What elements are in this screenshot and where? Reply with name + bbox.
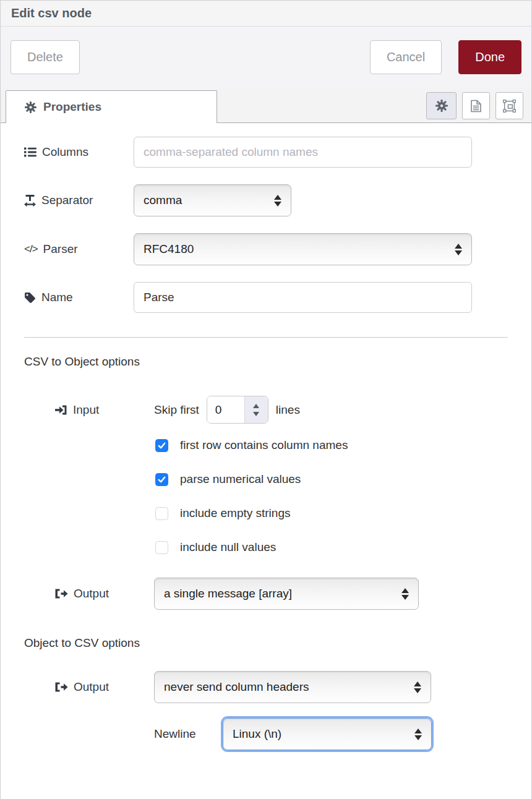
appearance-icon xyxy=(503,100,516,113)
parser-row: </> Parser RFC4180 xyxy=(1,233,531,265)
checkbox-row: first row contains column names xyxy=(155,438,531,452)
checkbox-row: include empty strings xyxy=(155,506,531,520)
newline-select[interactable]: Linux (\n) xyxy=(223,718,432,750)
tab-action-buttons xyxy=(426,92,523,119)
delete-button[interactable]: Delete xyxy=(11,40,80,74)
csv2obj-output-select[interactable]: a single message [array] xyxy=(154,578,419,610)
tab-properties-label: Properties xyxy=(43,100,101,114)
cancel-button[interactable]: Cancel xyxy=(370,40,442,74)
object-to-csv-heading: Object to CSV options xyxy=(24,636,531,650)
separator-row: Separator comma xyxy=(1,184,531,216)
skip-lines-value[interactable]: 0 xyxy=(207,396,245,423)
sign-in-icon xyxy=(55,404,67,416)
toolbar-right-group: Cancel Done xyxy=(370,40,521,74)
gear-icon xyxy=(435,100,448,112)
checkbox-row: parse numerical values xyxy=(155,472,531,486)
skip-first-prefix: Skip first xyxy=(154,403,199,417)
checkbox-row: include null values xyxy=(155,540,531,554)
dialog-header: Edit csv node xyxy=(1,1,531,27)
checkbox-include-empty-strings[interactable] xyxy=(155,507,168,520)
dialog-title: Edit csv node xyxy=(11,6,92,20)
dialog-toolbar: Delete Cancel Done xyxy=(1,27,531,87)
skip-first-suffix: lines xyxy=(276,403,300,417)
done-button[interactable]: Done xyxy=(458,40,521,74)
tag-icon xyxy=(24,292,36,304)
parser-label: </> Parser xyxy=(1,242,134,256)
tab-properties[interactable]: Properties xyxy=(6,90,217,123)
edit-node-dialog: Edit csv node Delete Cancel Done xyxy=(0,0,532,799)
columns-row: Columns xyxy=(1,137,531,168)
select-arrows-icon xyxy=(414,728,422,740)
node-properties-button[interactable] xyxy=(426,92,457,119)
select-arrows-icon xyxy=(274,195,281,207)
obj2csv-output-select[interactable]: never send column headers xyxy=(154,671,431,703)
select-arrows-icon xyxy=(401,588,409,600)
name-label: Name xyxy=(1,291,134,304)
node-description-button[interactable] xyxy=(462,92,490,119)
input-row: Input Skip first 0 lines xyxy=(1,396,531,424)
skip-first-field: Skip first 0 lines xyxy=(154,396,300,424)
parser-select[interactable]: RFC4180 xyxy=(134,233,472,265)
document-icon xyxy=(471,100,481,113)
text-width-icon xyxy=(24,195,36,207)
separator-label: Separator xyxy=(1,194,134,207)
sign-out-icon xyxy=(55,588,68,599)
select-arrows-icon xyxy=(414,682,421,693)
code-icon: </> xyxy=(24,243,38,255)
columns-label: Columns xyxy=(1,145,134,159)
checkbox-parse-numerical-values[interactable] xyxy=(155,473,168,486)
obj2csv-output-row: Output never send column headers xyxy=(1,671,531,703)
output-label: Output xyxy=(1,680,154,694)
stepper-arrows-icon[interactable] xyxy=(245,396,268,423)
csv2obj-output-row: Output a single message [array] xyxy=(1,578,531,610)
properties-panel: Columns Separator comma xyxy=(1,123,531,799)
select-arrows-icon xyxy=(455,244,462,255)
csv-to-object-heading: CSV to Object options xyxy=(24,355,531,369)
columns-input[interactable] xyxy=(134,137,472,168)
newline-row: Newline Linux (\n) xyxy=(1,718,531,750)
skip-lines-stepper[interactable]: 0 xyxy=(207,396,268,424)
checkbox-include-null-values[interactable] xyxy=(155,541,168,554)
separator-select[interactable]: comma xyxy=(134,184,291,216)
list-icon xyxy=(24,147,36,157)
name-input[interactable] xyxy=(134,282,472,313)
sign-out-icon xyxy=(55,682,68,693)
newline-label: Newline xyxy=(154,727,223,741)
name-row: Name xyxy=(1,282,531,313)
tab-bar: Properties xyxy=(1,87,531,123)
node-appearance-button[interactable] xyxy=(496,92,523,119)
gear-icon xyxy=(25,101,36,113)
section-divider xyxy=(24,337,508,338)
input-label: Input xyxy=(1,403,154,417)
output-label: Output xyxy=(1,587,154,600)
checkbox-first-row-column-names[interactable] xyxy=(155,439,168,452)
